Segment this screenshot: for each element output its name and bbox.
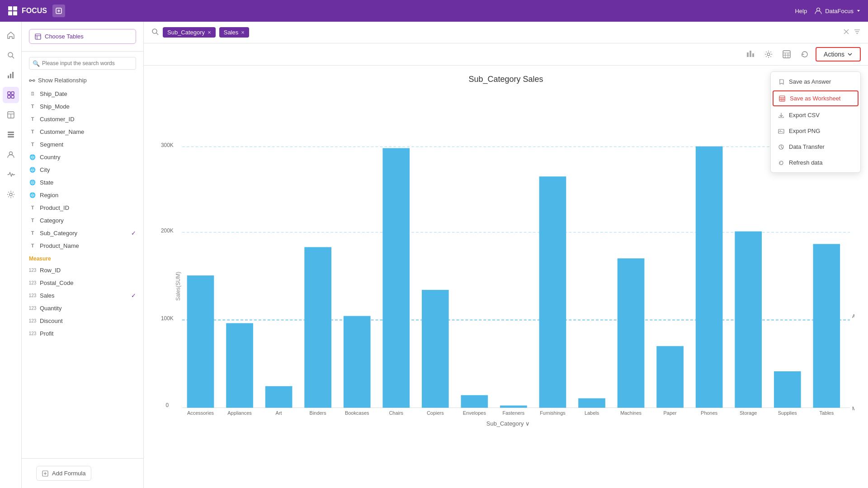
svg-rect-3 [13,11,17,15]
bar-phones[interactable] [696,147,723,408]
search-options-icon[interactable] [854,28,861,37]
export-csv-item[interactable]: Export CSV [771,107,860,123]
bar-copiers[interactable] [422,290,449,408]
min-label: Min 1.35K [852,406,854,411]
text-icon: T [29,128,36,135]
svg-rect-50 [779,96,785,101]
nav-chart[interactable] [3,87,19,103]
sidebar-item-city[interactable]: 🌐 City [22,163,143,176]
bar-supplies[interactable] [774,371,801,408]
svg-rect-10 [8,76,9,78]
bar-machines[interactable] [618,258,645,407]
user-menu[interactable]: DataFocus [814,7,861,15]
label-copiers: Copiers [427,410,444,416]
nav-search[interactable] [3,47,19,63]
toolbar: Actions [144,43,868,66]
svg-rect-22 [8,136,14,137]
svg-rect-14 [11,92,14,95]
y-axis-label: Sales(SUM) [175,272,181,301]
app-body: Choose Tables 🔍 Show Relationship 🗓 Ship… [0,22,868,488]
nav-settings[interactable] [3,186,19,203]
bar-tables[interactable] [813,244,840,407]
label-envelopes: Envelopes [463,410,486,416]
show-relationship[interactable]: Show Relationship [22,73,143,87]
svg-rect-16 [11,95,14,98]
sidebar-item-profit[interactable]: 123 Profit [22,327,143,340]
number-icon: 123 [29,266,36,274]
sidebar-item-quantity[interactable]: 123 Quantity [22,302,143,314]
y-tick-200k: 200K [161,227,174,234]
svg-rect-11 [10,74,11,78]
label-storage: Storage [740,410,757,416]
bar-furnishings[interactable] [539,176,566,407]
sidebar-search-input[interactable] [29,57,136,70]
sidebar-item-customer-id[interactable]: T Customer_ID [22,113,143,125]
number-icon: 123 [29,330,36,337]
bar-bookcases[interactable] [344,316,371,408]
bar-binders[interactable] [304,247,331,407]
date-icon: 🗓 [29,90,36,97]
y-tick-100k: 100K [161,315,174,322]
sidebar-item-state[interactable]: 🌐 State [22,176,143,189]
data-transfer-item[interactable]: Data Transfer [771,139,860,155]
sidebar-item-ship-date[interactable]: 🗓 Ship_Date [22,87,143,100]
refresh-data-item[interactable]: Refresh data [771,155,860,171]
bar-chart: 300K 200K 100K 0 Sales(SUM) Avg 77.95K M… [157,93,854,470]
sidebar-item-customer-name[interactable]: T Customer_Name [22,125,143,138]
refresh-icon[interactable] [797,47,812,62]
topbar-right: Help DataFocus [795,7,861,15]
bar-appliances[interactable] [226,323,253,408]
sidebar-item-sub-category[interactable]: T Sub_Category ✓ [22,227,143,239]
clear-search-icon[interactable] [843,28,850,37]
sidebar-item-discount[interactable]: 123 Discount [22,314,143,327]
actions-button[interactable]: Actions [816,47,861,62]
export-png-item[interactable]: Export PNG [771,123,860,139]
sidebar-item-segment[interactable]: T Segment [22,138,143,151]
sidebar-item-product-name[interactable]: T Product_Name [22,239,143,252]
nav-analytics[interactable] [3,67,19,83]
sidebar-item-category[interactable]: T Category [22,214,143,227]
nav-user[interactable] [3,147,19,163]
bar-envelopes[interactable] [461,395,488,408]
nav-board[interactable] [3,107,19,123]
sidebar-items-list: 🗓 Ship_Date T Ship_Mode T Customer_ID T … [22,87,143,458]
save-as-worksheet-item[interactable]: Save as Worksheet [773,90,859,106]
nav-list[interactable] [3,127,19,143]
tag-sales[interactable]: Sales × [219,27,249,38]
x-axis-label: Sub_Category ∨ [486,420,530,427]
new-tab-button[interactable] [52,5,65,17]
add-formula-button[interactable]: Add Formula [36,466,91,481]
bar-paper[interactable] [656,346,684,407]
label-supplies: Supplies [778,410,797,416]
table-view-icon[interactable] [779,47,794,62]
bar-storage[interactable] [735,232,762,408]
tag-close-icon[interactable]: × [208,29,211,36]
help-link[interactable]: Help [795,8,807,14]
sidebar-item-product-id[interactable]: T Product_ID [22,201,143,214]
tag-sub-category[interactable]: Sub_Category × [163,27,216,38]
bar-accessories[interactable] [187,275,214,407]
label-art: Art [276,410,282,416]
check-icon: ✓ [131,230,136,237]
search-icon[interactable] [151,28,159,37]
sidebar-item-region[interactable]: 🌐 Region [22,189,143,201]
nav-activity[interactable] [3,166,19,183]
sidebar-item-sales[interactable]: 123 Sales ✓ [22,289,143,302]
tag-close-icon[interactable]: × [241,29,245,36]
sidebar-item-postal-code[interactable]: 123 Postal_Code [22,276,143,289]
bar-chairs[interactable] [382,148,410,408]
sidebar-item-country[interactable]: 🌐 Country [22,151,143,163]
save-as-answer-item[interactable]: Save as Answer [771,74,860,90]
sidebar-item-ship-mode[interactable]: T Ship_Mode [22,100,143,113]
bar-fasteners[interactable] [500,406,527,408]
svg-point-8 [8,52,13,57]
bar-art[interactable] [265,386,292,408]
sidebar-item-row-id[interactable]: 123 Row_ID [22,264,143,276]
geo-icon: 🌐 [29,166,36,173]
chart-type-icon[interactable] [743,47,758,62]
choose-tables-button[interactable]: Choose Tables [29,29,136,44]
bar-labels[interactable] [578,398,605,408]
label-labels: Labels [585,410,599,416]
settings-icon[interactable] [761,47,776,62]
nav-home[interactable] [3,27,19,43]
